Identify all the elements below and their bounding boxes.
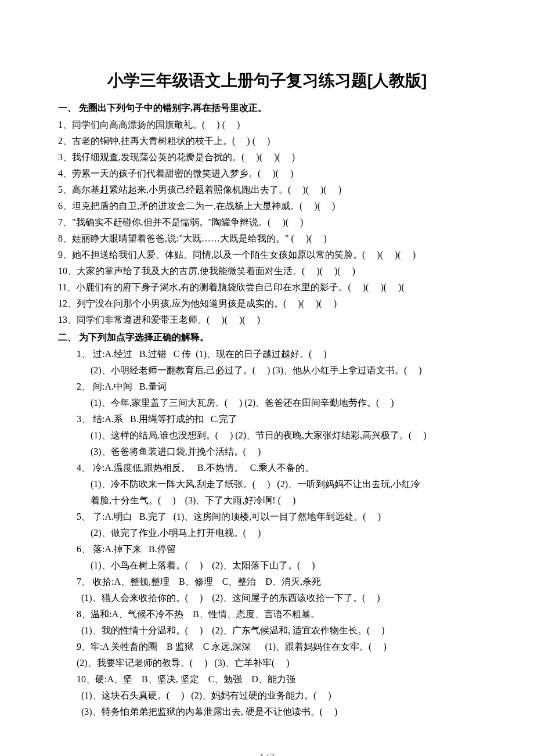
page-title: 小学三年级语文上册句子复习练习题[人教版] <box>58 70 476 92</box>
section-1-item: 13、同学们非常遵进和爱带王老师。( )( )( ) <box>58 312 476 328</box>
section-2-line: 1、 过:A.经过 B.过错 C 传 (1)、现在的日子越过越好。( ) <box>58 346 476 362</box>
section-2-line: 着脸,十分生气。( ) (3)、下了大雨,好冷啊! ( ) <box>58 492 476 509</box>
page-footer: 1 / 3 <box>58 753 476 756</box>
section-2-line: (2)、小明经老师一翻教育后,己必过了。( ) (3)、他从小红手上拿过语文书。… <box>58 362 476 379</box>
section-1-item: 2、古老的铜钟,挂再大青树粗状的枝干上。( ) ( ) <box>58 133 476 149</box>
section-2-line: (2)、我要牢记老师的教导。( ) (3)、亡羊补牢( ) <box>58 655 476 671</box>
section-1-item: 7、"我确实不赶碰你,但并不是懦弱。"陶罐争辫说。( )( ) <box>58 214 476 231</box>
section-2-line: 8、温和:A、气候不冷不热 B、性情、态度、言语不粗暴。 <box>58 606 476 622</box>
section-2-line: 2、 间:A.中间 B.量词 <box>58 379 476 395</box>
section-2-line: 9、牢:A 关牲畜的圈 B 监狱 C 永远,深深 (1)、跟着妈妈住在女牢。( … <box>58 639 476 655</box>
section-2-line: (1)、这块石头真硬。( ) (2)、妈妈有过硬的业务能力。( ) <box>58 687 476 704</box>
section-1-item: 1、同学们向高高漂扬的国旗敬礼。( ) ( ) <box>58 117 476 133</box>
section-1-head: 一、 先圈出下列句子中的错别字,再在括号里改正。 <box>58 102 476 114</box>
section-2-line: (1)、我的性情十分温和。( ) (2)、广东气候温和, 适宜农作物生长。( ) <box>58 622 476 639</box>
section-1-item: 5、高尔基赶紧站起来,小男孩己经题着照像机跑出去了。( )( )( ) <box>58 182 476 198</box>
section-2-body: 1、 过:A.经过 B.过错 C 传 (1)、现在的日子越过越好。( )(2)、… <box>58 346 476 720</box>
section-2-line: (1)、这样的结局,谁也没想到。( ) (2)、节日的夜晚,大家张灯结彩,高兴极… <box>58 427 476 444</box>
page: 小学三年级语文上册句子复习练习题[人教版] 一、 先圈出下列句子中的错别字,再在… <box>0 0 534 756</box>
section-2-line: 7、 收拾:A、整顿,整理 B、修理 C、整治 D、消灭,杀死 <box>58 574 476 590</box>
section-2-line: 6、 落:A.掉下来 B.停留 <box>58 541 476 557</box>
section-1-item: 6、坦克把盾的自卫,矛的进攻盒二为一,在战杨上大显神威。( )( ) <box>58 198 476 214</box>
section-2-line: (3)、爸爸将鱼装进口袋,并挽个活结。( ) <box>58 444 476 460</box>
section-1-body: 1、同学们向高高漂扬的国旗敬礼。( ) ( )2、古老的铜钟,挂再大青树粗状的枝… <box>58 117 476 328</box>
section-2-line: 4、 冷:A.温度低,跟热相反。 B.不热情。 C.乘人不备的。 <box>58 460 476 476</box>
section-2-line: (1)、猎人会来收拾你的。( ) (2)、这间屋子的东西该收拾一下了。( ) <box>58 590 476 606</box>
section-1-item: 12、列宁没在问那个小男孩,应为他知道男孩是成实的。( )( )( ) <box>58 296 476 312</box>
section-2-line: (1)、冷不防吹来一阵大风,刮走了纸张。( ) (2)、一听到妈妈不让出去玩,小… <box>58 476 476 492</box>
section-2-line: (1)、今年,家里盖了三间大瓦房。( ) (2)、爸爸还在田间辛勤地劳作。( ) <box>58 395 476 411</box>
section-1-item: 3、我仔细观查,发现蒲公英的花瓣是合扰的。( )( )( ) <box>58 149 476 165</box>
section-2-line: (2)、做完了作业,小明马上打开电视。( ) <box>58 525 476 541</box>
section-2-line: 3、 结:A.系 B.用绳等打成的扣 C.完了 <box>58 411 476 427</box>
section-2-line: (1)、小鸟在树上落着。( ) (2)、太阳落下山了。( ) <box>58 557 476 574</box>
section-1-item: 10、大家的掌声给了我及大的古厉,使我能微笑着面对生活。( )( )( ) <box>58 263 476 279</box>
section-2-line: 10、硬:A、坚 B、坚决, 坚定 C、勉强 D、能力强 <box>58 671 476 687</box>
section-2-line: 5、 了:A.明白 B.完了 (1)、这房间的顶楼,可以一目了然地年到远处。( … <box>58 509 476 525</box>
section-1-item: 9、她不担送给我们人爱、体贴、同情,以及一个陌生女孩如原以常的笑脸。( )( )… <box>58 247 476 263</box>
section-2-line: (3)、特务怕弟弟把监狱的内幕泄露出去, 硬是不让他读书。( ) <box>58 704 476 720</box>
section-1-item: 8、娃丽睁大眼睛望着爸爸,说:"大既……大既是给我的。" ( )( ) <box>58 231 476 247</box>
section-1-item: 4、劳累一天的孩子们代着甜密的微笑进入梦乡。( )( ) <box>58 165 476 182</box>
section-2-head: 二、 为下列加点字选择正确的解释。 <box>58 332 476 344</box>
section-1-item: 11、小鹿们有的府下身子渴水,有的测着脑袋欣尝自己印在水里的影子。( )( )(… <box>58 279 476 296</box>
